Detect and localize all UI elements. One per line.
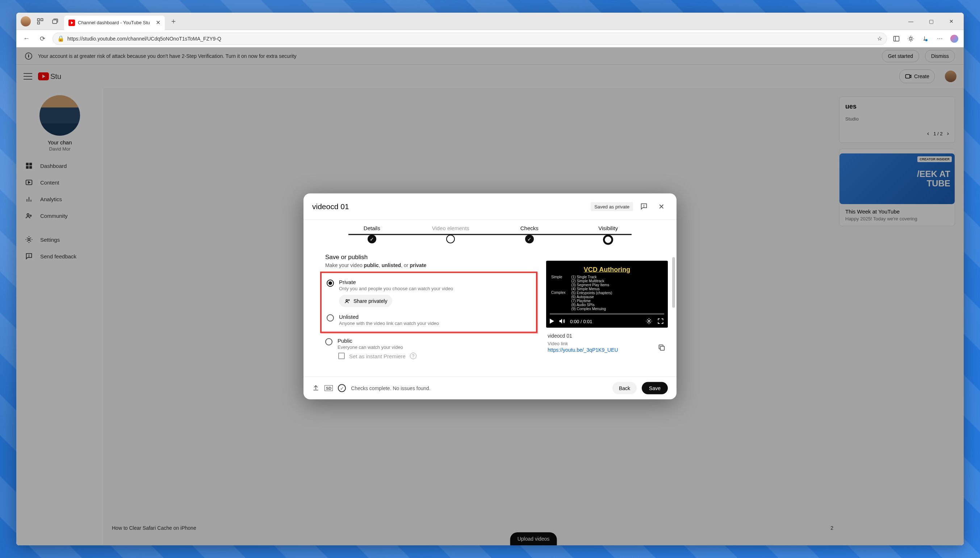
radio-title: Unlisted (339, 314, 532, 320)
lock-icon: 🔒 (57, 35, 64, 42)
youtube-favicon-icon (68, 20, 75, 26)
modal-header: videocd 01 Saved as private ✕ (303, 194, 677, 220)
svg-point-22 (644, 207, 644, 207)
upload-status-icon[interactable] (312, 384, 320, 392)
back-button[interactable]: ← (21, 33, 32, 44)
sd-badge: SD (324, 386, 333, 391)
premiere-label: Set as instant Premiere (349, 353, 406, 359)
tab-title: Channel dashboard - YouTube Stu (78, 20, 150, 25)
radio-desc: Anyone with the video link can watch you… (339, 321, 532, 326)
radio-unlisted[interactable]: Unlisted Anyone with the video link can … (327, 312, 532, 328)
modal-footer: SD ✓ Checks complete. No issues found. B… (303, 377, 677, 399)
checkbox-icon[interactable] (338, 353, 345, 359)
highlight-annotation: Private Only you and people you choose c… (320, 272, 537, 333)
close-modal-icon[interactable]: ✕ (655, 200, 668, 213)
vcd-list: (1) Single Track (2) Simple Multitrack (… (571, 275, 663, 311)
vcd-complex: Complex (551, 290, 565, 295)
svg-rect-4 (894, 36, 899, 41)
step-label: Checks (490, 225, 569, 231)
check-circle-icon: ✓ (338, 384, 346, 392)
video-controls: 0:00 / 0:01 (546, 315, 668, 328)
maximize-button[interactable]: ▢ (925, 15, 938, 28)
svg-point-6 (910, 37, 912, 40)
share-privately-button[interactable]: Share privately (339, 295, 392, 307)
copy-icon[interactable] (658, 344, 666, 353)
radio-desc: Everyone can watch your video (338, 345, 537, 350)
link-label: Video link (548, 341, 658, 346)
svg-rect-0 (38, 18, 40, 21)
sidebar-toggle-icon[interactable] (891, 34, 901, 44)
radio-public[interactable]: Public Everyone can watch your video Set… (325, 335, 537, 361)
workspaces-icon[interactable] (35, 16, 45, 26)
url-text: https://studio.youtube.com/channel/UCdq5… (68, 36, 221, 42)
copilot-icon[interactable] (949, 34, 959, 44)
refresh-button[interactable]: ⟳ (36, 33, 48, 44)
vcd-title: VCD Authoring (546, 261, 668, 274)
step-label: Visibility (569, 225, 648, 231)
play-icon[interactable] (550, 319, 554, 324)
help-icon[interactable]: ? (410, 353, 417, 359)
premiere-option[interactable]: Set as instant Premiere ? (338, 353, 537, 359)
volume-icon[interactable] (558, 318, 566, 325)
stepper: Details ✓ Video elements Checks ✓ Visibi… (303, 220, 677, 254)
footer-status: Checks complete. No issues found. (351, 386, 430, 391)
radio-icon[interactable] (327, 280, 334, 287)
browser-window: Channel dashboard - YouTube Stu ✕ ＋ — ▢ … (16, 13, 964, 545)
profile-avatar-icon[interactable] (21, 16, 31, 26)
modal-body: Save or publish Make your video public, … (303, 254, 677, 377)
minimize-button[interactable]: — (904, 15, 917, 28)
svg-point-23 (346, 300, 348, 302)
step-label: Details (333, 225, 412, 231)
preview-name: videocd 01 (548, 333, 666, 339)
saved-badge: Saved as private (591, 202, 633, 211)
window-controls: — ▢ ✕ (904, 15, 961, 28)
favorite-icon[interactable]: ☆ (877, 35, 882, 42)
video-time: 0:00 / 0:01 (570, 318, 592, 324)
visibility-panel: Save or publish Make your video public, … (325, 254, 546, 377)
save-button[interactable]: Save (642, 382, 668, 394)
svg-rect-1 (41, 18, 43, 21)
scroll-thumb[interactable] (672, 257, 675, 308)
fullscreen-icon[interactable] (657, 318, 664, 325)
svg-rect-3 (53, 20, 57, 23)
new-tab-button[interactable]: ＋ (168, 16, 179, 27)
vcd-simple: Simple (551, 275, 565, 279)
feedback-icon[interactable] (637, 200, 651, 213)
settings-icon[interactable] (646, 318, 652, 325)
page-content: i Your account is at greater risk of att… (16, 48, 964, 545)
step-label: Video elements (412, 225, 490, 231)
downloads-icon[interactable]: ⤓ (920, 34, 931, 44)
url-input[interactable]: 🔒 https://studio.youtube.com/channel/UCd… (53, 33, 887, 45)
modal-title: videocd 01 (312, 202, 586, 211)
share-label: Share privately (354, 298, 387, 304)
radio-title: Public (338, 338, 537, 344)
upload-modal: videocd 01 Saved as private ✕ Details ✓ … (303, 194, 677, 399)
tabs-icon[interactable] (49, 16, 60, 26)
radio-icon[interactable] (327, 315, 334, 322)
close-window-button[interactable]: ✕ (945, 15, 958, 28)
preview-panel: VCD Authoring Simple Complex (1) Single … (546, 254, 677, 377)
radio-title: Private (339, 279, 532, 285)
section-subtitle: Make your video public, unlisted, or pri… (325, 263, 537, 268)
back-button[interactable]: Back (613, 382, 637, 394)
extensions-icon[interactable] (906, 34, 916, 44)
svg-point-26 (648, 320, 650, 322)
browser-tab[interactable]: Channel dashboard - YouTube Stu ✕ (64, 16, 165, 30)
section-title: Save or publish (325, 254, 537, 261)
svg-rect-2 (38, 22, 40, 24)
svg-rect-27 (660, 346, 664, 350)
more-icon[interactable]: ⋯ (935, 34, 945, 44)
video-preview[interactable]: VCD Authoring Simple Complex (1) Single … (546, 261, 668, 328)
address-bar: ← ⟳ 🔒 https://studio.youtube.com/channel… (16, 30, 964, 48)
scrollbar[interactable] (672, 257, 675, 373)
video-link-row: Video link https://youtu.be/_3qP1K9_UEU (546, 340, 668, 354)
tab-close-icon[interactable]: ✕ (156, 19, 160, 26)
radio-private[interactable]: Private Only you and people you choose c… (327, 277, 532, 312)
titlebar: Channel dashboard - YouTube Stu ✕ ＋ — ▢ … (16, 13, 964, 30)
radio-icon[interactable] (325, 338, 333, 346)
radio-desc: Only you and people you choose can watch… (339, 286, 532, 291)
link-url[interactable]: https://youtu.be/_3qP1K9_UEU (548, 347, 658, 353)
